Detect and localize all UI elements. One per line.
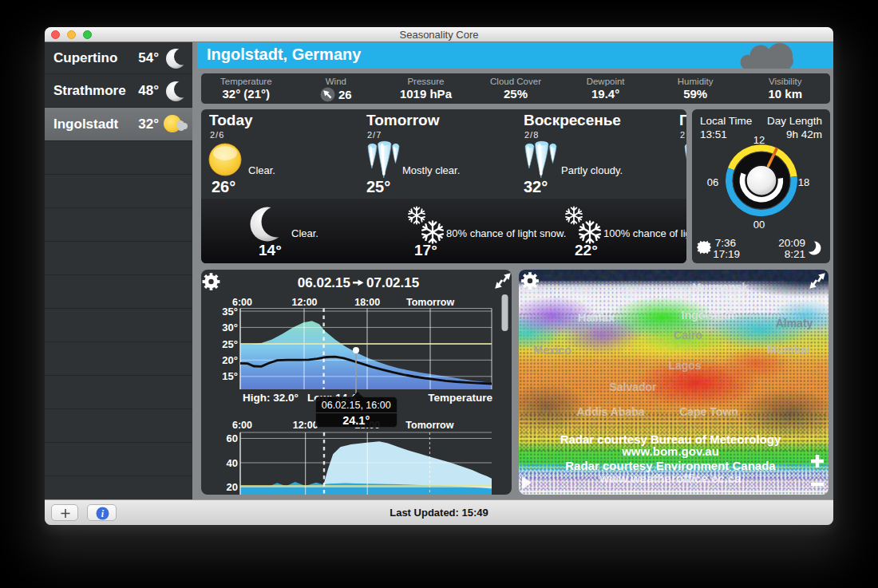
svg-text:07.02.15: 07.02.15 [366, 275, 419, 290]
svg-text:20: 20 [227, 481, 238, 493]
svg-text:6:00: 6:00 [232, 420, 252, 431]
svg-text:Mumbai: Mumbai [768, 343, 810, 356]
svg-text:Halifax: Halifax [578, 311, 615, 324]
svg-text:8:21: 8:21 [785, 248, 805, 260]
svg-text:20:09: 20:09 [778, 237, 805, 249]
svg-text:Local Time: Local Time [700, 115, 752, 127]
svg-text:www.weatheroffice.ec.ca: www.weatheroffice.ec.ca [599, 472, 742, 485]
svg-text:06: 06 [707, 176, 718, 188]
svg-text:12:00: 12:00 [293, 420, 318, 431]
svg-text:06.02.15: 06.02.15 [298, 275, 350, 290]
svg-text:Salvador: Salvador [609, 381, 657, 393]
svg-text:15°: 15° [222, 370, 238, 382]
svg-text:00: 00 [753, 219, 765, 231]
svg-text:7:36: 7:36 [715, 237, 736, 249]
svg-text:40: 40 [227, 457, 238, 469]
svg-text:60: 60 [227, 432, 238, 444]
svg-text:12:00: 12:00 [292, 297, 318, 308]
svg-text:18:00: 18:00 [354, 297, 380, 308]
svg-text:Radar courtesy Environment Can: Radar courtesy Environment Canada [565, 459, 776, 472]
svg-text:17:19: 17:19 [713, 248, 740, 260]
svg-text:Lagos: Lagos [668, 359, 701, 372]
svg-text:High: 32.0°: High: 32.0° [243, 392, 299, 404]
svg-text:Tomorrow: Tomorrow [406, 297, 454, 308]
svg-text:35°: 35° [222, 306, 238, 318]
svg-text:Mexico: Mexico [533, 344, 571, 357]
svg-text:13:51: 13:51 [700, 128, 727, 140]
svg-text:25°: 25° [222, 338, 238, 350]
svg-text:30°: 30° [222, 322, 238, 333]
svg-text:www.bom.gov.au: www.bom.gov.au [621, 444, 719, 458]
svg-text:Murmansk: Murmansk [692, 281, 748, 294]
svg-text:20°: 20° [222, 354, 238, 366]
svg-text:Almaty: Almaty [776, 317, 813, 330]
svg-text:12: 12 [753, 134, 765, 146]
svg-text:Day Length: Day Length [767, 115, 822, 127]
svg-text:Cape Town: Cape Town [679, 405, 738, 418]
svg-text:Ingolstadt: Ingolstadt [682, 309, 735, 322]
svg-text:Addis Ababa: Addis Ababa [576, 405, 644, 418]
svg-text:18: 18 [798, 176, 809, 188]
svg-text:Temperature: Temperature [428, 392, 492, 404]
svg-text:Tomorrow: Tomorrow [405, 420, 453, 431]
svg-text:Cairo: Cairo [674, 329, 702, 341]
svg-text:9h 42m: 9h 42m [786, 128, 822, 140]
